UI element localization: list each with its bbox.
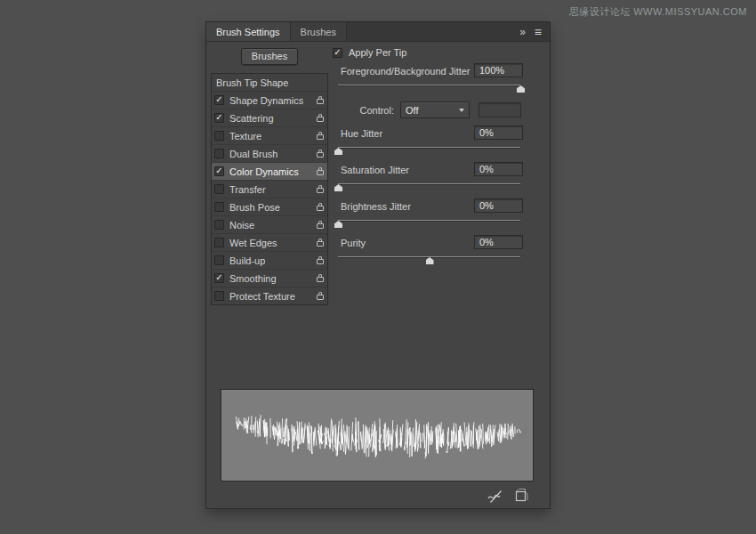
row-label: Color Dynamics — [229, 166, 299, 177]
checkbox[interactable] — [214, 273, 224, 283]
row-label: Shape Dynamics — [229, 95, 303, 106]
brushes-button[interactable]: Brushes — [241, 48, 298, 65]
panel-menu-icon[interactable]: ≡ — [535, 26, 542, 38]
sidebar-item-protect-texture[interactable]: Protect Texture — [212, 287, 327, 304]
checkbox[interactable] — [214, 166, 224, 176]
row-label: Protect Texture — [229, 291, 295, 302]
create-new-brush-icon[interactable] — [513, 489, 528, 504]
apply-per-tip-row: Apply Per Tip — [333, 47, 406, 58]
lock-icon[interactable] — [317, 188, 324, 193]
lock-icon[interactable] — [317, 223, 324, 229]
fgbg-jitter-slider[interactable] — [338, 82, 520, 93]
slider-track — [338, 220, 520, 221]
apply-per-tip-label: Apply Per Tip — [349, 47, 406, 58]
watermark: 思缘设计论坛 WWW.MISSYUAN.COM — [569, 5, 747, 19]
watermark-text: 思缘设计论坛 WWW.MISSYUAN.COM — [569, 6, 747, 17]
checkbox[interactable] — [214, 238, 224, 247]
lock-icon[interactable] — [317, 99, 324, 104]
slider-thumb[interactable] — [334, 184, 342, 191]
row-label: Transfer — [229, 184, 266, 195]
purity-value[interactable]: 0% — [474, 235, 523, 249]
saturation-jitter-label: Saturation Jitter — [341, 163, 409, 177]
checkbox[interactable] — [214, 149, 224, 158]
lock-icon[interactable] — [317, 117, 324, 122]
brush-stroke-preview — [221, 389, 534, 481]
slider-thumb[interactable] — [334, 148, 342, 155]
checkbox[interactable] — [214, 255, 224, 265]
row-label: Noise — [229, 220, 254, 231]
fgbg-jitter-label: Foreground/Background Jitter — [341, 64, 470, 78]
lock-icon[interactable] — [317, 152, 324, 158]
slider-thumb[interactable] — [426, 257, 434, 264]
sidebar-item-brush-tip-shape[interactable]: Brush Tip Shape — [212, 74, 327, 92]
checkbox[interactable] — [214, 202, 224, 212]
lock-icon[interactable] — [317, 277, 324, 282]
hue-jitter-value[interactable]: 0% — [474, 125, 523, 140]
fgbg-jitter-value[interactable]: 100% — [474, 63, 523, 77]
hue-jitter-slider[interactable] — [338, 144, 520, 155]
slider-thumb[interactable] — [334, 221, 342, 228]
sidebar-item-dual-brush[interactable]: Dual Brush — [212, 145, 327, 163]
brightness-jitter-slider[interactable] — [338, 217, 520, 228]
sidebar-item-transfer[interactable]: Transfer — [212, 181, 327, 198]
slider-track — [338, 147, 520, 148]
checkbox[interactable] — [214, 95, 224, 105]
hue-jitter-label: Hue Jitter — [341, 126, 382, 141]
sidebar-item-scattering[interactable]: Scattering — [212, 109, 327, 127]
slider-track — [338, 183, 520, 184]
control-dropdown[interactable]: Off — [400, 101, 470, 118]
tab-brushes[interactable]: Brushes — [291, 22, 347, 41]
row-label: Scattering — [229, 113, 274, 124]
slider-track — [338, 256, 520, 257]
live-brush-tip-preview-icon[interactable] — [487, 489, 503, 504]
sidebar-item-smoothing[interactable]: Smoothing — [212, 270, 327, 287]
lock-icon[interactable] — [317, 134, 324, 140]
checkbox[interactable] — [214, 291, 224, 301]
lock-icon[interactable] — [317, 206, 324, 211]
row-label: Build-up — [229, 255, 265, 266]
row-label: Brush Pose — [229, 202, 280, 213]
sidebar-item-shape-dynamics[interactable]: Shape Dynamics — [212, 92, 327, 109]
sidebar-item-noise[interactable]: Noise — [212, 216, 327, 234]
panel-footer-icons — [487, 489, 528, 504]
row-label: Brush Tip Shape — [216, 77, 288, 88]
brightness-jitter-label: Brightness Jitter — [341, 199, 411, 214]
lock-icon[interactable] — [317, 259, 324, 264]
chevron-down-icon — [459, 109, 464, 112]
panel-tab-bar: Brush Settings Brushes » ≡ — [206, 22, 550, 42]
slider-thumb[interactable] — [517, 85, 525, 93]
row-label: Smoothing — [229, 273, 277, 284]
tab-bar-icons: » ≡ — [519, 22, 550, 41]
sidebar-item-texture[interactable]: Texture — [212, 127, 327, 145]
tab-brush-settings[interactable]: Brush Settings — [206, 22, 291, 41]
control-label: Control: — [341, 102, 394, 118]
brush-settings-panel: Brush Settings Brushes » ≡ Brushes Brush… — [206, 22, 550, 508]
sidebar-item-build-up[interactable]: Build-up — [212, 252, 327, 270]
slider-track — [338, 85, 520, 85]
desktop-background: 思缘设计论坛 WWW.MISSYUAN.COM Brush Settings B… — [0, 0, 756, 534]
control-dropdown-value: Off — [406, 105, 418, 116]
checkbox[interactable] — [214, 220, 224, 230]
checkbox[interactable] — [214, 184, 224, 194]
lock-icon[interactable] — [317, 241, 324, 247]
collapse-panel-icon[interactable]: » — [519, 27, 526, 37]
lock-icon[interactable] — [317, 295, 324, 300]
saturation-jitter-slider[interactable] — [338, 181, 520, 191]
row-label: Texture — [229, 131, 261, 142]
control-secondary-field — [479, 102, 521, 117]
row-label: Wet Edges — [229, 238, 277, 248]
lock-icon[interactable] — [317, 170, 324, 175]
brightness-jitter-value[interactable]: 0% — [474, 198, 523, 213]
purity-slider[interactable] — [338, 254, 520, 264]
row-label: Dual Brush — [229, 149, 277, 159]
purity-label: Purity — [341, 236, 366, 250]
sidebar-item-color-dynamics[interactable]: Color Dynamics — [212, 163, 327, 181]
sidebar-item-wet-edges[interactable]: Wet Edges — [212, 234, 327, 252]
sidebar-item-brush-pose[interactable]: Brush Pose — [212, 198, 327, 216]
brush-settings-list: Brush Tip Shape Shape Dynamics Scatterin… — [211, 73, 328, 305]
checkbox[interactable] — [214, 113, 224, 123]
apply-per-tip-checkbox[interactable] — [333, 48, 342, 58]
saturation-jitter-value[interactable]: 0% — [474, 162, 523, 176]
checkbox[interactable] — [214, 131, 224, 141]
